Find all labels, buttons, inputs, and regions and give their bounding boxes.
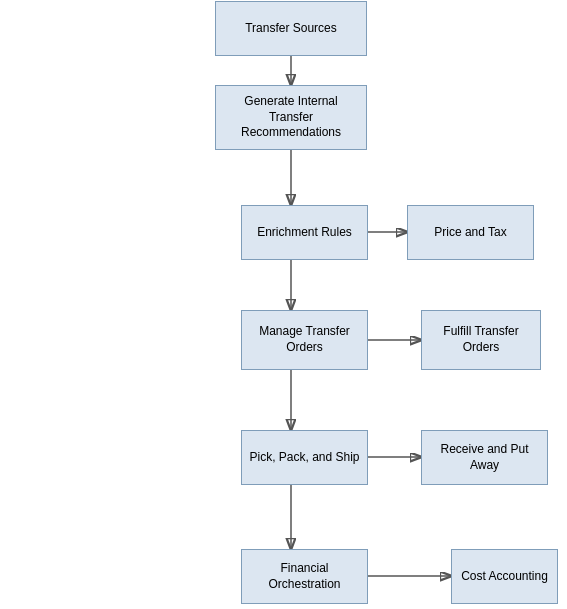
enrichment-rules-label: Enrichment Rules [257,225,352,241]
generate-internal-label: Generate Internal Transfer Recommendatio… [222,94,360,141]
financial-orchestration-node: Financial Orchestration [241,549,368,604]
generate-internal-node: Generate Internal Transfer Recommendatio… [215,85,367,150]
fulfill-transfer-orders-label: Fulfill Transfer Orders [428,324,534,355]
enrichment-rules-node: Enrichment Rules [241,205,368,260]
financial-orchestration-label: Financial Orchestration [248,561,361,592]
receive-put-away-label: Receive and Put Away [428,442,541,473]
pick-pack-ship-label: Pick, Pack, and Ship [249,450,359,466]
price-and-tax-label: Price and Tax [434,225,507,241]
cost-accounting-label: Cost Accounting [461,569,548,585]
cost-accounting-node: Cost Accounting [451,549,558,604]
transfer-sources-node: Transfer Sources [215,1,367,56]
pick-pack-ship-node: Pick, Pack, and Ship [241,430,368,485]
transfer-sources-label: Transfer Sources [245,21,337,37]
fulfill-transfer-orders-node: Fulfill Transfer Orders [421,310,541,370]
manage-transfer-orders-node: Manage Transfer Orders [241,310,368,370]
diagram: Transfer Sources Generate Internal Trans… [0,0,567,609]
price-and-tax-node: Price and Tax [407,205,534,260]
manage-transfer-orders-label: Manage Transfer Orders [248,324,361,355]
receive-put-away-node: Receive and Put Away [421,430,548,485]
